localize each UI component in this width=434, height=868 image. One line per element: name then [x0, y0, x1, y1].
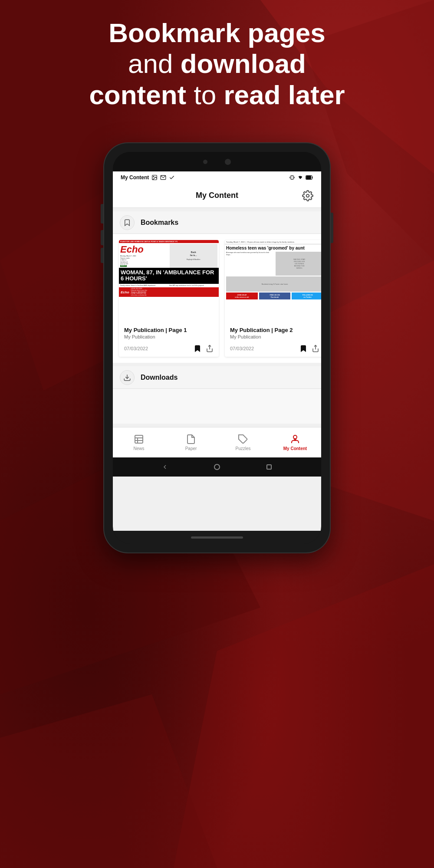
back-arrow-icon [161, 464, 168, 470]
status-left: My Content [121, 174, 175, 181]
download-section-icon [120, 370, 135, 385]
share-icon-2[interactable] [312, 345, 319, 352]
status-time: My Content [121, 174, 149, 181]
bookmark-card-2-actions [299, 345, 319, 352]
phone-mockup: My Content My Content [104, 143, 330, 552]
bookmarks-scroll-area[interactable]: PLAN FOR 5,000 HOMES IN CASTLE POINT A '… [113, 234, 321, 363]
back-button[interactable] [161, 463, 169, 471]
svg-marker-6 [0, 694, 217, 868]
volume-buttons [101, 230, 103, 263]
wifi-icon [297, 174, 303, 181]
bookmark-card-2-date: 07/03/2022 [230, 346, 254, 351]
app-screen: My Content Bookmarks [113, 184, 321, 531]
bookmark-card-1-date: 07/03/2022 [124, 346, 148, 351]
nav-label-news: News [133, 446, 144, 451]
downloads-section: Downloads [113, 366, 321, 424]
phone-frame: My Content My Content [104, 143, 330, 552]
phone-screen: My Content My Content [113, 152, 321, 544]
download-icon [123, 374, 131, 381]
nav-label-puzzles: Puzzles [235, 446, 250, 451]
downloads-empty-area [113, 389, 321, 424]
header-to: to [186, 80, 224, 110]
bookmarks-title: Bookmarks [141, 219, 178, 227]
volume-up-button [101, 230, 103, 245]
front-camera-dot [203, 160, 207, 164]
header-read-later-bold: read later [224, 80, 345, 110]
bookmark-card-1-pub: My Publication [124, 334, 214, 339]
paper-nav-icon [186, 434, 196, 444]
newspaper-page1-preview: PLAN FOR 5,000 HOMES IN CASTLE POINT A '… [119, 240, 219, 322]
svg-point-8 [153, 176, 154, 177]
nav-item-news[interactable]: News [113, 427, 165, 457]
header-line2: and download [128, 49, 306, 79]
email-icon [160, 174, 166, 181]
marketing-header: Bookmark pages and download content to r… [0, 17, 434, 110]
downloads-title: Downloads [141, 374, 178, 381]
header-download-bold: download [181, 49, 306, 79]
svg-rect-10 [291, 176, 293, 179]
home-indicator [113, 531, 321, 544]
nav-item-paper[interactable]: Paper [165, 427, 217, 457]
vibrate-icon [289, 174, 295, 181]
bookmark-section-icon [120, 215, 135, 230]
newspaper-page2-preview: Tuesday, March 7, 2022 | 19-year-old was… [225, 240, 321, 322]
camera-area [113, 152, 321, 171]
check-icon [169, 174, 175, 181]
nav-item-mycontent[interactable]: My Content [269, 427, 321, 457]
settings-icon[interactable] [302, 190, 313, 201]
recents-button[interactable] [265, 463, 273, 471]
svg-point-22 [293, 435, 297, 439]
bookmark-filled-icon-2[interactable] [299, 345, 307, 352]
bookmark-card-1[interactable]: PLAN FOR 5,000 HOMES IN CASTLE POINT A '… [119, 240, 219, 357]
bookmark-card-1-footer: 07/03/2022 [119, 341, 219, 357]
nav-item-puzzles[interactable]: Puzzles [217, 427, 269, 457]
bookmark-card-2-footer: 07/03/2022 [225, 341, 321, 357]
puzzles-nav-icon [238, 434, 248, 444]
status-right [289, 174, 313, 181]
downloads-header: Downloads [113, 366, 321, 389]
speaker-dot [225, 159, 231, 165]
bottom-nav: News Paper Puzzles [113, 427, 321, 457]
bookmark-card-1-actions [194, 345, 214, 352]
bookmarks-header: Bookmarks [113, 211, 321, 234]
bookmark-card-1-info: My Publication | Page 1 My Publication [119, 322, 219, 339]
header-line1-bold: Bookmark pages [108, 18, 326, 48]
bookmark-card-2-info: My Publication | Page 2 My Publication [225, 322, 321, 339]
home-bar [191, 536, 243, 539]
svg-rect-12 [306, 176, 311, 179]
android-nav-bar [113, 457, 321, 477]
home-circle-icon [214, 464, 220, 470]
nav-label-mycontent: My Content [283, 446, 307, 451]
bookmark-card-2-title: My Publication | Page 2 [230, 327, 319, 333]
bookmarks-section: Bookmarks PLAN FOR 5,000 HOMES IN CASTLE… [113, 211, 321, 363]
app-title: My Content [196, 191, 238, 200]
news-nav-icon [134, 434, 144, 444]
volume-down-button [101, 248, 103, 263]
photo-icon [151, 174, 158, 181]
share-icon[interactable] [206, 345, 214, 352]
recents-square-icon [266, 464, 272, 470]
header-content-bold: content [89, 80, 186, 110]
mycontent-nav-icon [290, 434, 300, 444]
bookmark-card-1-image: PLAN FOR 5,000 HOMES IN CASTLE POINT A '… [119, 240, 219, 322]
svg-rect-17 [135, 435, 143, 443]
app-header: My Content [113, 184, 321, 208]
bookmark-card-2-pub: My Publication [230, 334, 319, 339]
bookmark-card-2-image: Tuesday, March 7, 2022 | 19-year-old was… [225, 240, 321, 322]
bookmark-card-1-title: My Publication | Page 1 [124, 327, 214, 333]
battery-icon [306, 175, 313, 180]
svg-point-13 [306, 194, 309, 197]
status-bar: My Content [113, 171, 321, 184]
nav-label-paper: Paper [185, 446, 197, 451]
bookmark-card-2[interactable]: Tuesday, March 7, 2022 | 19-year-old was… [225, 240, 321, 357]
home-button[interactable] [213, 463, 221, 471]
bookmark-filled-icon[interactable] [194, 345, 201, 352]
bookmark-icon [123, 219, 131, 227]
